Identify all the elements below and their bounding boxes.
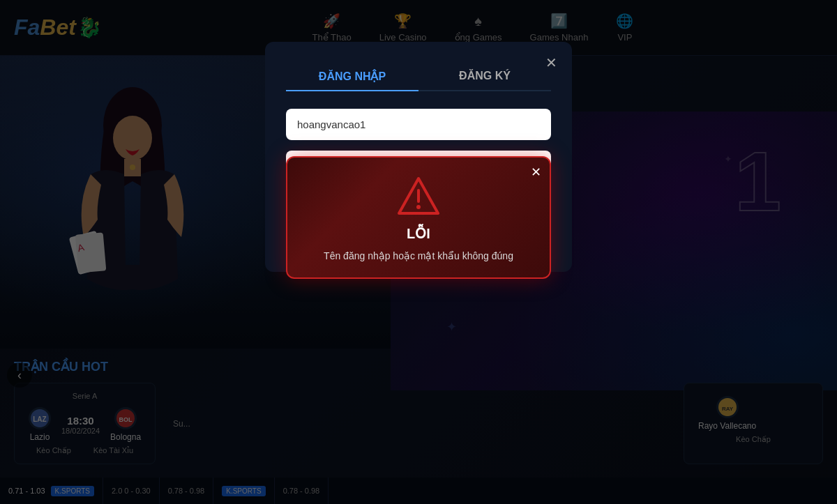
error-message: Tên đăng nhập hoặc mật khẩu không đúng	[301, 249, 536, 264]
tab-register[interactable]: ĐĂNG KÝ	[418, 63, 551, 90]
tab-login[interactable]: ĐĂNG NHẬP	[286, 63, 418, 91]
modal-close-button[interactable]: ✕	[541, 52, 561, 73]
login-modal: ĐĂNG NHẬP ĐĂNG KÝ ✕ Quên mật khẩu? Đăng …	[265, 42, 572, 272]
error-close-button[interactable]: ✕	[531, 165, 541, 180]
svg-point-16	[416, 205, 421, 209]
error-popup: ✕ LỖI Tên đăng nhập hoặc mật khẩu không …	[286, 156, 551, 279]
modal-tabs: ĐĂNG NHẬP ĐĂNG KÝ	[286, 63, 551, 91]
error-title: LỖI	[301, 225, 536, 242]
error-warning-icon	[398, 175, 439, 217]
username-input[interactable]	[286, 109, 551, 140]
username-group	[286, 109, 551, 140]
